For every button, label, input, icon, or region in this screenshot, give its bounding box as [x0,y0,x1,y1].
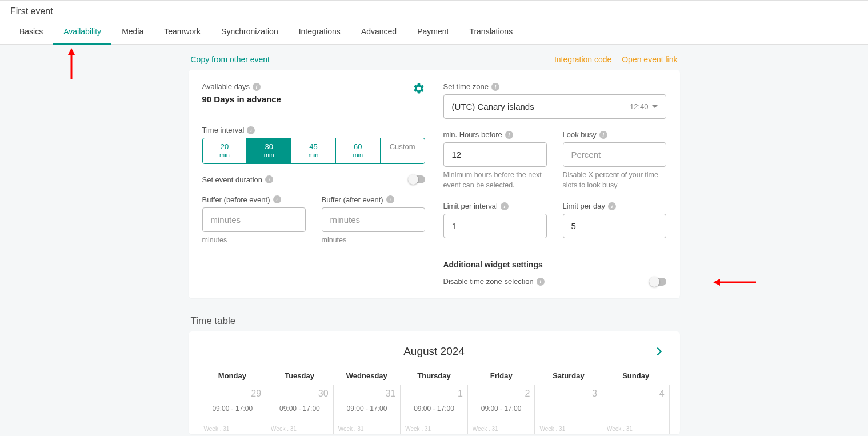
set-event-duration-label: Set event duration i [202,175,274,184]
interval-20[interactable]: 20min [203,138,247,163]
content: Copy from other event Integration code O… [177,45,691,436]
look-busy-input[interactable] [563,142,666,167]
day-cell[interactable]: 4 Week . 31 [602,385,670,434]
available-days-value: 90 Days in advance [202,94,281,104]
look-busy-label: Look busy i [563,130,666,139]
interval-45[interactable]: 45min [291,138,336,163]
buffer-after-label: Buffer (after event) i [322,195,425,204]
dow-monday: Monday [199,368,266,385]
tab-payment[interactable]: Payment [407,20,459,44]
interval-custom[interactable]: Custom [381,138,425,163]
day-cell[interactable]: 3 Week . 31 [535,385,602,434]
limit-interval-input[interactable] [443,214,547,238]
buffer-before-label: Buffer (before event) i [202,195,306,204]
settings-card: Available days i 90 Days in advance Time… [189,70,680,298]
dow-wednesday: Wednesday [333,368,401,385]
timetable-heading: Time table [191,315,680,327]
buffer-before-hint: minutes [202,235,306,246]
info-icon[interactable]: i [505,131,513,139]
dow-saturday: Saturday [535,368,602,385]
disable-timezone-label: Disable time zone selection i [443,277,545,286]
tab-basics[interactable]: Basics [9,20,53,44]
dow-sunday: Sunday [602,368,670,385]
limit-day-input[interactable] [563,214,666,238]
chevron-right-icon[interactable] [653,345,665,358]
calendar-row: 29 09:00 - 17:00 Week . 31 30 09:00 - 17… [199,385,670,434]
info-icon[interactable]: i [491,83,499,91]
time-interval-segmented: 20min 30min 45min 60min Custom [202,138,425,164]
tab-integrations[interactable]: Integrations [289,20,351,44]
chevron-down-icon [652,105,658,108]
info-icon[interactable]: i [537,278,545,286]
dow-friday: Friday [467,368,535,385]
additional-settings-heading: Additional widget settings [443,260,666,269]
tab-media[interactable]: Media [111,20,154,44]
integration-code-link[interactable]: Integration code [554,55,611,64]
left-column: Available days i 90 Days in advance Time… [202,82,425,286]
svg-marker-1 [68,48,75,55]
dow-header: Monday Tuesday Wednesday Thursday Friday… [199,368,670,385]
tabs: Basics Availability Media Teamwork Synch… [9,20,859,44]
dow-thursday: Thursday [401,368,468,385]
tab-advanced[interactable]: Advanced [351,20,407,44]
timezone-clock: 12:40 [630,102,649,111]
calendar-month: August 2024 [216,345,653,358]
info-icon[interactable]: i [501,202,509,210]
timezone-label: Set time zone i [443,82,666,91]
min-hours-input[interactable] [443,142,547,167]
header: First event Basics Availability Media Te… [0,0,868,45]
info-icon[interactable]: i [247,126,255,134]
tab-synchronization[interactable]: Synchronization [211,20,289,44]
limit-interval-label: Limit per interval i [443,202,547,210]
info-icon[interactable]: i [386,195,394,203]
info-icon[interactable]: i [608,202,616,210]
day-cell[interactable]: 2 09:00 - 17:00 Week . 31 [468,385,535,434]
info-icon[interactable]: i [599,131,607,139]
limit-day-label: Limit per day i [563,202,666,210]
page-title: First event [9,1,859,20]
min-hours-hint: Minimum hours before the next event can … [443,170,547,190]
look-busy-hint: Disable X percent of your time slots to … [563,170,666,190]
open-event-link[interactable]: Open event link [622,55,677,64]
annotation-arrow-toggle [713,277,759,288]
tab-translations[interactable]: Translations [459,20,523,44]
buffer-after-hint: minutes [322,235,425,246]
day-cell[interactable]: 29 09:00 - 17:00 Week . 31 [199,385,267,434]
gear-icon[interactable] [413,82,425,95]
right-column: Set time zone i (UTC) Canary islands 12:… [443,82,666,286]
min-hours-label: min. Hours before i [443,130,547,139]
info-icon[interactable]: i [265,175,273,183]
tab-availability[interactable]: Availability [53,20,111,44]
day-cell[interactable]: 1 09:00 - 17:00 Week . 31 [401,385,468,434]
timezone-value: (UTC) Canary islands [452,102,534,111]
timezone-select[interactable]: (UTC) Canary islands 12:40 [443,94,666,119]
right-links: Integration code Open event link [546,55,678,64]
action-links: Copy from other event Integration code O… [189,55,680,64]
day-cell[interactable]: 31 09:00 - 17:00 Week . 31 [334,385,401,434]
disable-timezone-toggle[interactable] [649,278,666,286]
set-event-duration-toggle[interactable] [408,175,425,183]
interval-30[interactable]: 30min [247,138,291,163]
buffer-before-input[interactable] [202,207,306,232]
dow-tuesday: Tuesday [266,368,333,385]
day-cell[interactable]: 30 09:00 - 17:00 Week . 31 [266,385,334,434]
timetable-card: August 2024 Monday Tuesday Wednesday Thu… [189,331,680,434]
time-interval-label: Time interval i [202,126,425,134]
annotation-arrow-tab [63,48,80,82]
svg-marker-3 [713,279,720,286]
tab-teamwork[interactable]: Teamwork [154,20,211,44]
available-days-label: Available days i [202,82,281,91]
info-icon[interactable]: i [273,195,281,203]
copy-from-event-link[interactable]: Copy from other event [191,55,270,64]
buffer-after-input[interactable] [322,207,425,232]
info-icon[interactable]: i [253,83,261,91]
interval-60[interactable]: 60min [336,138,381,163]
